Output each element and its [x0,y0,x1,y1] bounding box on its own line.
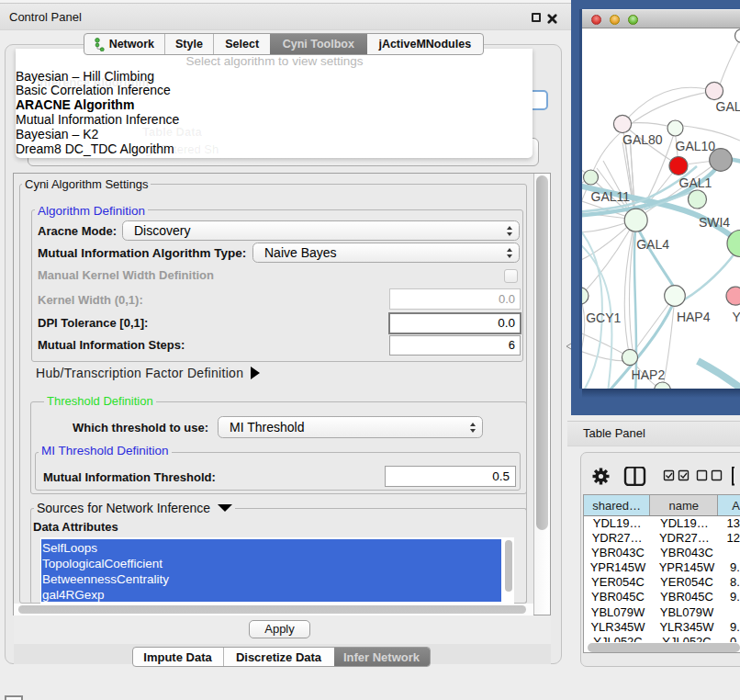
svg-text:SWI4: SWI4 [699,215,730,230]
svg-text:GAL10: GAL10 [676,139,716,153]
svg-text:HAP4: HAP4 [677,310,711,324]
svg-text:HAP2: HAP2 [632,367,666,382]
svg-text:GAL11: GAL11 [591,189,631,204]
svg-text:GAL80: GAL80 [622,132,663,147]
svg-text:GAL7: GAL7 [716,99,740,114]
svg-text:YB: YB [733,310,740,324]
svg-text:GAL1: GAL1 [679,175,712,190]
svg-text:GCY1: GCY1 [586,310,621,325]
svg-text:GAL4: GAL4 [636,237,669,252]
